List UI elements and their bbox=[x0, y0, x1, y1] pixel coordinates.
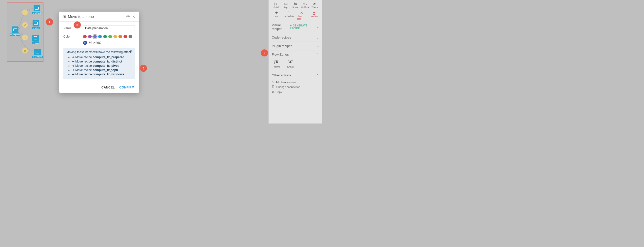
recipe-windows-icon[interactable]: ▥ bbox=[22, 48, 28, 53]
cancel-button[interactable]: CANCEL bbox=[102, 86, 115, 89]
generate-recipe-button[interactable]: ✦ GENERATE RECIPE bbox=[290, 24, 314, 30]
share-button[interactable]: ⇆Share bbox=[290, 2, 300, 9]
label: Star bbox=[274, 15, 279, 18]
dataset-tx_topn[interactable]: tx_topn bbox=[32, 35, 39, 44]
chevron-down-icon: ⌄ bbox=[316, 36, 319, 39]
other-actions-list: ▷Add to a scenario 🗄Change connection ⧉C… bbox=[269, 79, 322, 96]
dataset-label: tx_windows bbox=[32, 56, 43, 58]
color-swatch[interactable] bbox=[118, 35, 122, 38]
label: Tag bbox=[284, 6, 288, 9]
recipe-pivot-icon[interactable]: ⤢ bbox=[22, 22, 28, 28]
label: Publish bbox=[301, 6, 309, 9]
recipe-upstream-icon[interactable]: ✎ bbox=[0, 28, 1, 33]
move-to-zone-button[interactable]: Move bbox=[274, 60, 280, 68]
modal-title: Move to a zone bbox=[68, 14, 124, 19]
color-swatch[interactable] bbox=[113, 35, 117, 38]
hex-value: #31439C bbox=[89, 41, 101, 45]
db-icon: 🗄 bbox=[272, 85, 275, 88]
callout-2: 2 bbox=[261, 49, 268, 56]
label: Build bbox=[274, 6, 279, 9]
color-swatch[interactable] bbox=[93, 35, 97, 38]
color-swatch[interactable] bbox=[129, 35, 132, 38]
color-swatch[interactable] bbox=[88, 35, 92, 38]
dataset-tx_distinct[interactable]: tx_distinct bbox=[32, 5, 41, 14]
tag-button[interactable]: 🏷Tag bbox=[281, 2, 290, 9]
copy[interactable]: ⧉Copy bbox=[272, 90, 319, 94]
label: Move bbox=[274, 66, 280, 68]
delete-button[interactable]: 🗑Delete bbox=[309, 11, 319, 18]
close-icon[interactable]: ✕ bbox=[132, 15, 135, 19]
label: Code recipes bbox=[272, 36, 291, 39]
label: Plugin recipes bbox=[272, 44, 292, 48]
color-swatch[interactable] bbox=[103, 35, 107, 38]
actions-row-1: ▷Build 🏷Tag ⇆Share ⎋▾Publish 👁Watch bbox=[269, 0, 322, 9]
label: Other actions bbox=[272, 73, 291, 77]
actions-row-2: ★Star 🗓Schedule ✕Clear data 🗑Delete bbox=[269, 9, 322, 21]
star-button[interactable]: ★Star bbox=[271, 11, 281, 18]
callout-1: 1 bbox=[46, 18, 53, 25]
build-button[interactable]: ▷Build bbox=[271, 2, 281, 9]
copy-icon: ⧉ bbox=[272, 90, 274, 94]
label: Visual recipes bbox=[272, 23, 290, 31]
clear-data-button[interactable]: ✕Clear data bbox=[297, 11, 307, 20]
right-panel: + ✦ ▷Build 🏷Tag ⇆Share ⎋▾Publish 👁Watch … bbox=[268, 0, 322, 124]
dataset-tx_prepared[interactable]: tx_prepared bbox=[10, 26, 20, 36]
dataset-tx_windows[interactable]: tx_windows bbox=[32, 49, 43, 58]
label: Schedule bbox=[284, 15, 294, 18]
add-to-scenario[interactable]: ▷Add to a scenario bbox=[272, 80, 319, 84]
section-visual-recipes[interactable]: Visual recipes ✦ GENERATE RECIPE ⌄ bbox=[269, 21, 322, 33]
modal-header: ▣ Move to a zone 👁 ✕ bbox=[59, 12, 139, 22]
chevron-down-icon: ⌄ bbox=[316, 44, 319, 48]
dataset-label: tx_pivot bbox=[32, 27, 40, 29]
zone-name-input[interactable] bbox=[83, 25, 135, 31]
change-connection[interactable]: 🗄Change connection bbox=[272, 85, 319, 88]
color-swatch[interactable] bbox=[98, 35, 102, 38]
dataset-tx_pivot[interactable]: tx_pivot bbox=[32, 20, 40, 29]
effects-intro: Moving these items will have the followi… bbox=[66, 50, 132, 54]
section-plugin-recipes[interactable]: Plugin recipes ⌄ bbox=[269, 42, 322, 50]
dataset-label: tx_distinct bbox=[32, 12, 41, 14]
share-to-zone-button[interactable]: Share bbox=[287, 60, 294, 68]
callout-4: 4 bbox=[140, 65, 147, 72]
watch-button[interactable]: 👁Watch bbox=[310, 2, 319, 9]
flow-zone-actions: Move Share bbox=[269, 59, 322, 71]
recipe-topn-icon[interactable]: ⫿ bbox=[22, 35, 28, 40]
effect-item: ➔ Move recipe compute_tx_distinct bbox=[72, 60, 132, 63]
effect-item: ➔ Move recipe compute_tx_topn bbox=[72, 68, 132, 72]
color-drop-icon[interactable]: ◌ bbox=[83, 41, 87, 45]
effect-item: ➔ Move recipe compute_tx_prepared bbox=[72, 55, 132, 59]
label: Watch bbox=[311, 6, 318, 9]
dataset-label: tx_prepared bbox=[10, 34, 20, 36]
label: Delete bbox=[311, 15, 318, 18]
publish-button[interactable]: ⎋▾Publish bbox=[300, 2, 310, 9]
effects-panel: ⓘ Moving these items will have the follo… bbox=[63, 48, 135, 79]
confirm-button[interactable]: CONFIRM bbox=[119, 86, 135, 89]
color-swatch[interactable] bbox=[83, 35, 87, 38]
chevron-down-icon: ⌄ bbox=[316, 25, 319, 29]
recipe-distinct-icon[interactable]: ≠ bbox=[22, 10, 28, 15]
dataset-label: tx_topn bbox=[32, 42, 39, 44]
label: Flow Zones bbox=[272, 53, 289, 56]
info-icon: ⓘ bbox=[130, 50, 132, 54]
callout-3: 3 bbox=[74, 21, 81, 28]
color-swatch[interactable] bbox=[108, 35, 112, 38]
section-flow-zones[interactable]: Flow Zones ⌃ bbox=[269, 50, 322, 59]
effect-item: ➔ Move recipe compute_tx_windows bbox=[72, 73, 132, 76]
color-swatch[interactable] bbox=[123, 35, 127, 38]
label: Clear data bbox=[297, 15, 307, 20]
section-other-actions[interactable]: Other actions ⌃ bbox=[269, 71, 322, 79]
label: Share bbox=[287, 66, 294, 68]
chevron-up-icon: ⌃ bbox=[316, 74, 319, 77]
zone-icon: ▣ bbox=[63, 15, 66, 18]
effect-item: ➔ Move recipe compute_tx_pivot bbox=[72, 64, 132, 68]
color-swatches bbox=[83, 35, 132, 38]
eye-icon[interactable]: 👁 bbox=[126, 15, 130, 19]
label: Share bbox=[292, 6, 298, 9]
play-icon: ▷ bbox=[272, 80, 274, 84]
schedule-button[interactable]: 🗓Schedule bbox=[284, 11, 294, 18]
chevron-up-icon: ⌃ bbox=[316, 53, 319, 56]
section-code-recipes[interactable]: Code recipes ⌄ bbox=[269, 33, 322, 42]
color-label: Color bbox=[63, 35, 83, 38]
